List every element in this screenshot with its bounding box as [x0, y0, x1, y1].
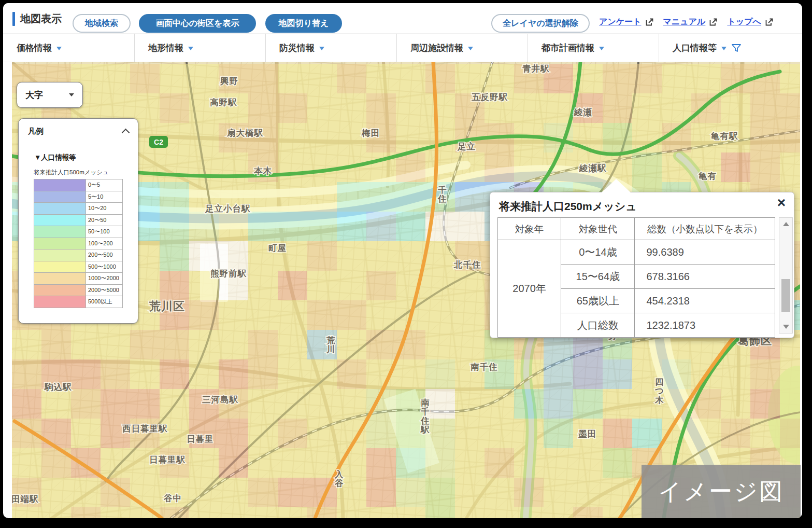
- generation-cell: 15〜64歳: [561, 265, 635, 289]
- mesh-cell: [189, 64, 219, 93]
- mesh-cell: [12, 359, 41, 389]
- mesh-cell: [691, 419, 721, 448]
- area-search-button[interactable]: 地域検索: [73, 14, 131, 33]
- mesh-cell: [425, 507, 455, 518]
- menu-item-4[interactable]: 都市計画情報: [528, 34, 659, 62]
- menu-item-label: 人口情報等: [673, 42, 717, 54]
- route-badge-c2: C2: [149, 136, 168, 148]
- table-row: 2070年0〜14歳99.6389: [498, 240, 775, 265]
- mesh-cell: [573, 478, 603, 507]
- mesh-cell: [307, 182, 337, 212]
- mesh-cell: [248, 64, 278, 93]
- show-center-block-button[interactable]: 画面中心の街区を表示: [139, 14, 256, 33]
- mesh-cell: [248, 271, 278, 300]
- mesh-cell: [130, 478, 160, 507]
- mesh-cell: [337, 241, 366, 271]
- legend-section-label[interactable]: ▼人口情報等: [34, 153, 138, 162]
- chevron-up-icon: [122, 129, 130, 137]
- mesh-cell: [12, 507, 41, 518]
- menu-item-label: 周辺施設情報: [410, 42, 463, 54]
- menu-item-1[interactable]: 地形情報: [134, 34, 265, 62]
- mesh-cell: [425, 330, 455, 359]
- layer-menu-bar: 価格情報地形情報防災情報周辺施設情報都市計画情報人口情報等: [3, 33, 802, 62]
- mesh-cell: [366, 507, 396, 518]
- mesh-cell: [189, 419, 219, 448]
- survey-link[interactable]: アンケート: [599, 17, 642, 27]
- legend-swatch: [34, 296, 86, 308]
- mesh-cell: [721, 64, 750, 93]
- filter-icon[interactable]: [732, 44, 741, 52]
- menu-item-2[interactable]: 防災情報: [265, 34, 396, 62]
- chevron-down-icon: [721, 47, 726, 50]
- map-place-label: 荒川区: [149, 300, 185, 313]
- mesh-cell: [101, 419, 130, 448]
- mesh-cell: [396, 241, 425, 271]
- mesh-cell: [514, 419, 544, 448]
- mesh-cell: [101, 507, 130, 518]
- legend-row: 10〜20: [34, 203, 123, 215]
- mesh-cell: [455, 182, 485, 212]
- mesh-cell: [366, 478, 396, 507]
- legend-row: 5000以上: [34, 296, 123, 308]
- mesh-cell: [307, 241, 337, 271]
- target-year-cell: 2070年: [498, 240, 561, 338]
- mesh-cell: [396, 448, 425, 478]
- mesh-cell: [278, 389, 307, 419]
- menu-item-3[interactable]: 周辺施設情報: [396, 34, 528, 62]
- legend-row: 500〜1000: [34, 261, 123, 273]
- map-place-label: 梅田: [361, 128, 380, 137]
- mesh-cell: [248, 330, 278, 359]
- popup-scrollbar[interactable]: [779, 217, 793, 334]
- legend-header[interactable]: 凡例: [19, 119, 138, 140]
- mesh-cell: [189, 359, 219, 389]
- legend-range-label: 5〜10: [86, 191, 123, 203]
- mesh-cell: [425, 300, 455, 330]
- mesh-cell: [12, 448, 41, 478]
- deselect-all-layers-button[interactable]: 全レイヤの選択解除: [491, 14, 590, 33]
- mesh-cell: [248, 389, 278, 419]
- mesh-cell: [278, 271, 307, 300]
- mesh-cell: [337, 389, 366, 419]
- mesh-cell: [248, 123, 278, 152]
- chevron-down-icon: [69, 93, 74, 96]
- mesh-cell: [71, 419, 101, 448]
- mesh-cell: [101, 359, 130, 389]
- map-place-label: 西日暮里駅: [122, 424, 168, 433]
- mesh-cell: [366, 330, 396, 359]
- mesh-cell: [455, 271, 485, 300]
- top-page-link[interactable]: トップへ: [727, 17, 761, 27]
- mesh-cell: [278, 419, 307, 448]
- map-place-label: 熊野前駅: [210, 269, 247, 279]
- mesh-cell: [248, 359, 278, 389]
- legend-row: 200〜500: [34, 249, 123, 261]
- mesh-cell: [396, 212, 425, 241]
- manual-link[interactable]: マニュアル: [663, 17, 706, 27]
- mesh-cell: [366, 64, 396, 93]
- mesh-cell: [219, 448, 248, 478]
- map-switch-button[interactable]: 地図切り替え: [265, 14, 342, 33]
- mesh-cell: [485, 448, 514, 478]
- mesh-cell: [337, 300, 366, 330]
- app-window: 地図表示 地域検索 画面中心の街区を表示 地図切り替え 全レイヤの選択解除 アン…: [3, 3, 802, 518]
- mesh-cell: [514, 507, 544, 518]
- close-icon[interactable]: ×: [777, 196, 786, 210]
- mesh-cell: [425, 93, 455, 123]
- scroll-up-icon[interactable]: [783, 222, 789, 226]
- mesh-cell: [750, 152, 780, 182]
- area-unit-dropdown[interactable]: 大字: [17, 82, 83, 108]
- mesh-cell: [219, 507, 248, 518]
- mesh-cell: [425, 419, 455, 448]
- mesh-cell: [485, 419, 514, 448]
- mesh-cell: [455, 330, 485, 359]
- menu-item-5[interactable]: 人口情報等: [659, 34, 790, 62]
- mesh-cell: [544, 359, 573, 389]
- menu-item-0[interactable]: 価格情報: [3, 34, 134, 62]
- scroll-down-icon[interactable]: [783, 325, 789, 329]
- mesh-cell: [278, 507, 307, 518]
- mesh-cell: [455, 419, 485, 448]
- mesh-cell: [160, 152, 189, 182]
- total-cell: 99.6389: [635, 240, 775, 265]
- mesh-cell: [337, 212, 366, 241]
- scrollbar-thumb[interactable]: [781, 279, 790, 312]
- mesh-cell: [603, 389, 632, 419]
